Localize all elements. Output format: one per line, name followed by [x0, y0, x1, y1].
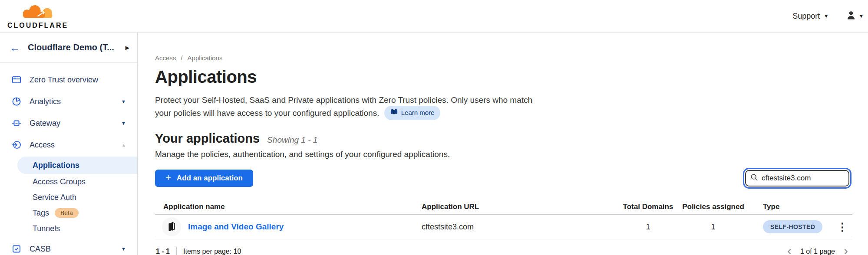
book-icon — [390, 108, 398, 118]
search-input[interactable] — [762, 174, 844, 183]
sidebar-item-access-groups[interactable]: Access Groups — [0, 174, 137, 190]
add-application-button[interactable]: + Add an application — [155, 170, 253, 187]
items-per-page[interactable]: Items per page: 10 — [183, 248, 241, 255]
expand-account-icon[interactable]: ▶ — [125, 45, 129, 51]
breadcrumb-separator: / — [181, 54, 182, 62]
support-label: Support — [792, 12, 820, 21]
sidebar-item-label: Access — [30, 141, 114, 150]
breadcrumb-applications[interactable]: Applications — [188, 54, 223, 62]
column-header-type: Type — [751, 203, 832, 211]
application-link[interactable]: Image and Video Gallery — [188, 222, 284, 232]
type-badge: SELF-HOSTED — [763, 220, 822, 233]
section-title: Your applications — [155, 131, 260, 146]
pagination-range: 1 - 1 — [156, 248, 170, 255]
column-header-policies-assigned: Policies assigned — [675, 203, 751, 211]
page-title: Applications — [155, 67, 852, 87]
page-info: 1 of 1 page — [800, 248, 835, 255]
next-page-icon[interactable]: › — [844, 244, 848, 255]
sidebar-item-access[interactable]: Access ▲ — [0, 134, 137, 156]
breadcrumb: Access / Applications — [155, 54, 852, 62]
chevron-down-icon: ▼ — [121, 99, 126, 104]
table-header-row: Application name Application URL Total D… — [155, 199, 852, 215]
sidebar-item-label: Zero Trust overview — [30, 75, 126, 85]
sidebar-item-gateway[interactable]: Gateway ▼ — [0, 112, 137, 134]
chevron-down-icon: ▼ — [121, 121, 126, 126]
sidebar-item-label: Access Groups — [33, 177, 86, 186]
section-subtitle: Manage the policies, authentication, and… — [155, 150, 852, 159]
sidebar-item-tags[interactable]: Tags Beta — [0, 205, 137, 221]
beta-badge: Beta — [55, 208, 79, 218]
pagination: 1 - 1 Items per page: 10 ‹ 1 of 1 page › — [155, 245, 852, 255]
sidebar-item-label: Service Auth — [33, 193, 76, 202]
sidebar-item-zero-trust-overview[interactable]: Zero Trust overview — [0, 69, 137, 91]
sidebar-item-applications[interactable]: Applications — [17, 157, 137, 174]
add-application-label: Add an application — [177, 174, 243, 183]
description-text: Protect your Self-Hosted, SaaS and Priva… — [155, 95, 532, 118]
kebab-menu-icon[interactable]: ⋮ — [832, 222, 852, 232]
learn-more-label: Learn more — [401, 108, 435, 118]
previous-page-icon[interactable]: ‹ — [787, 244, 792, 255]
chevron-up-icon: ▲ — [122, 143, 126, 147]
sidebar: ← Cloudflare Demo (T... ▶ Zero Trust ove… — [0, 33, 138, 255]
sidebar-item-label: Applications — [33, 161, 79, 170]
table-row: Image and Video Gallery cftestsite3.com … — [155, 215, 852, 239]
sidebar-item-label: Tunnels — [33, 224, 60, 233]
casb-icon — [11, 244, 22, 254]
back-arrow-icon[interactable]: ← — [10, 42, 20, 53]
chevron-down-icon: ▼ — [121, 246, 126, 252]
plus-icon: + — [165, 173, 171, 183]
application-url-cell: cftestsite3.com — [422, 222, 621, 232]
sidebar-item-analytics[interactable]: Analytics ▼ — [0, 91, 137, 112]
breadcrumb-access[interactable]: Access — [155, 54, 176, 62]
page-description: Protect your Self-Hosted, SaaS and Priva… — [155, 94, 548, 121]
account-switcher: ← Cloudflare Demo (T... ▶ — [0, 33, 137, 63]
cloudflare-logo[interactable]: CLOUDFLARE — [10, 3, 65, 29]
cloudflare-cloud-icon — [16, 3, 59, 22]
application-cube-icon — [162, 217, 181, 236]
analytics-icon — [11, 96, 22, 107]
applications-table: Application name Application URL Total D… — [155, 199, 852, 239]
showing-count: Showing 1 - 1 — [267, 135, 317, 145]
search-icon — [750, 173, 758, 183]
learn-more-button[interactable]: Learn more — [384, 106, 441, 120]
search-box[interactable] — [745, 170, 849, 186]
total-domains-cell: 1 — [621, 222, 675, 232]
sidebar-nav: Zero Trust overview Analytics ▼ — [0, 63, 137, 255]
sidebar-item-tunnels[interactable]: Tunnels — [0, 221, 137, 236]
policies-assigned-cell: 1 — [675, 222, 751, 232]
overview-icon — [11, 75, 22, 85]
sidebar-item-casb[interactable]: CASB ▼ — [0, 238, 137, 255]
sidebar-item-label: Gateway — [30, 119, 113, 128]
column-header-total-domains: Total Domains — [621, 203, 675, 211]
pagination-divider — [176, 247, 177, 255]
access-icon — [11, 140, 22, 150]
user-avatar-icon — [846, 10, 856, 22]
column-header-application-url: Application URL — [422, 203, 621, 211]
chevron-down-icon: ▼ — [859, 14, 864, 19]
sidebar-item-label: Tags — [33, 209, 49, 218]
toolbar: + Add an application — [155, 170, 852, 187]
main-content: Access / Applications Applications Prote… — [138, 33, 868, 255]
gateway-icon — [11, 118, 22, 128]
user-menu[interactable]: ▼ — [846, 10, 864, 22]
top-header: CLOUDFLARE Support ▼ ▼ — [0, 0, 868, 33]
section-head: Your applications Showing 1 - 1 — [155, 131, 852, 146]
sidebar-item-service-auth[interactable]: Service Auth — [0, 190, 137, 205]
sidebar-item-label: Analytics — [30, 97, 113, 106]
sidebar-item-label: CASB — [30, 245, 113, 254]
chevron-down-icon: ▼ — [824, 14, 828, 19]
logo-wordmark: CLOUDFLARE — [7, 22, 68, 29]
access-submenu: Applications Access Groups Service Auth … — [0, 157, 137, 236]
account-name: Cloudflare Demo (T... — [28, 42, 118, 52]
column-header-application-name: Application name — [155, 203, 422, 211]
support-menu[interactable]: Support ▼ — [792, 12, 828, 21]
